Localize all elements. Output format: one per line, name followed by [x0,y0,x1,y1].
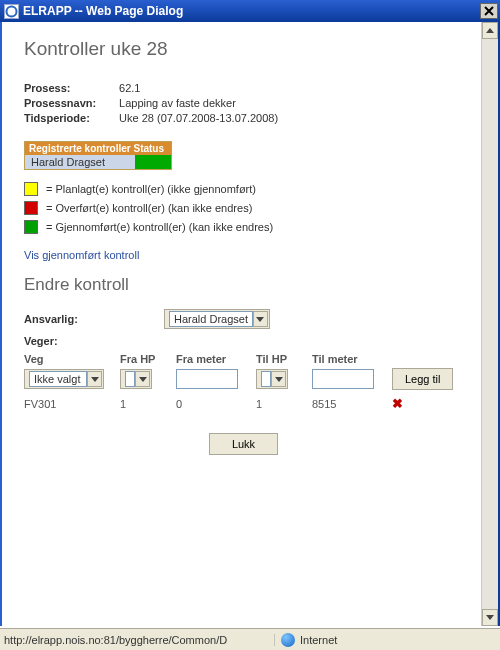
swatch-green [24,220,38,234]
prosess-label: Prosess: [24,82,116,94]
close-icon [484,6,494,16]
dialog-content: Kontroller uke 28 Prosess: 62.1 Prosessn… [2,22,481,626]
legend-yellow-text: = Planlagt(e) kontroll(er) (ikke gjennom… [46,183,256,195]
window-title: ELRAPP -- Web Page Dialog [23,4,480,18]
row-tilmeter: 8515 [312,398,388,410]
tilhp-select[interactable] [256,369,288,389]
swatch-red [24,201,38,215]
add-button[interactable]: Legg til [392,368,453,390]
tidsperiode-value: Uke 28 (07.07.2008-13.07.2008) [119,112,278,124]
vertical-scrollbar[interactable] [481,22,498,626]
statusbar-zone: Internet [275,633,500,647]
row-veg: FV301 [24,398,116,410]
tilmeter-input[interactable] [312,369,374,389]
veg-select[interactable]: Ikke valgt [24,369,104,389]
ie-icon [4,4,19,19]
window-titlebar: ELRAPP -- Web Page Dialog [0,0,500,22]
legend-red-text: = Overført(e) kontroll(er) (kan ikke end… [46,202,252,214]
col-frahp: Fra HP [120,353,172,365]
status-bar: http://elrapp.nois.no:81/byggherre/Commo… [0,628,500,650]
row-veger-label: Veger: [24,335,463,347]
ansvarlig-select[interactable]: Harald Dragset [164,309,270,329]
ansvarlig-label: Ansvarlig: [24,313,164,325]
statusbar-url: http://elrapp.nois.no:81/byggherre/Commo… [0,634,275,646]
info-prosessnavn: Prosessnavn: Lapping av faste dekker [24,97,463,109]
svg-point-0 [7,6,17,16]
dropdown-icon [271,371,286,387]
frahp-select[interactable] [120,369,152,389]
prosess-value: 62.1 [119,82,140,94]
ansvarlig-value: Harald Dragset [169,311,253,327]
legend: = Planlagt(e) kontroll(er) (ikke gjennom… [24,182,463,234]
col-tilmeter: Til meter [312,353,388,365]
veger-header-row: Veg Fra HP Fra meter Til HP Til meter [24,353,463,365]
row-ansvarlig: Ansvarlig: Harald Dragset [24,309,463,329]
tidsperiode-label: Tidsperiode: [24,112,116,124]
info-tidsperiode: Tidsperiode: Uke 28 (07.07.2008-13.07.20… [24,112,463,124]
status-header: Registrerte kontroller Status [25,142,171,155]
status-box: Registrerte kontroller Status Harald Dra… [24,141,172,170]
tilhp-select-value [261,371,271,387]
status-name: Harald Dragset [25,155,135,169]
globe-icon [281,633,295,647]
status-indicator-green [135,155,171,169]
col-veg: Veg [24,353,116,365]
row-tilhp: 1 [256,398,308,410]
dropdown-icon [135,371,150,387]
swatch-yellow [24,182,38,196]
legend-green-text: = Gjennomført(e) kontroll(er) (kan ikke … [46,221,273,233]
frahp-select-value [125,371,135,387]
zone-text: Internet [300,634,337,646]
scroll-up-button[interactable] [482,22,498,39]
prosessnavn-label: Prosessnavn: [24,97,116,109]
row-frahp: 1 [120,398,172,410]
page-heading: Kontroller uke 28 [24,38,463,60]
close-button[interactable]: Lukk [209,433,278,455]
prosessnavn-value: Lapping av faste dekker [119,97,236,109]
info-prosess: Prosess: 62.1 [24,82,463,94]
row-frameter: 0 [176,398,252,410]
dropdown-icon [87,371,102,387]
veg-select-value: Ikke valgt [29,371,87,387]
veger-data-row: FV301 1 0 1 8515 ✖ [24,396,463,411]
delete-row-icon[interactable]: ✖ [392,396,403,411]
chevron-down-icon [486,615,494,620]
col-add [392,353,456,365]
frameter-input[interactable] [176,369,238,389]
chevron-up-icon [486,28,494,33]
dropdown-icon [253,311,268,327]
scroll-down-button[interactable] [482,609,498,626]
veger-label: Veger: [24,335,164,347]
col-tilhp: Til HP [256,353,308,365]
edit-heading: Endre kontroll [24,275,463,295]
link-show-completed[interactable]: Vis gjennomført kontroll [24,249,139,261]
window-close-button[interactable] [480,3,498,19]
col-frameter: Fra meter [176,353,252,365]
veger-input-row: Ikke valgt [24,368,463,390]
